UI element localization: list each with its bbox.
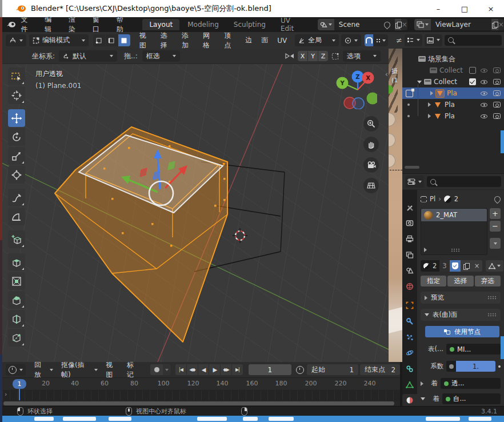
region-collapse-icon[interactable]: ‹ [385, 70, 388, 78]
viewlayer-browse-button[interactable] [414, 19, 431, 30]
timeline-body[interactable]: 1 20 40 60 80 100 120 140 160 180 200 22… [2, 378, 400, 400]
blender-menu-icon[interactable] [7, 21, 15, 28]
mirror-icon[interactable] [285, 53, 294, 59]
camera-restrict-icon[interactable] [493, 90, 501, 96]
select-button[interactable]: 选择 [447, 276, 473, 286]
menu-view[interactable]: 视图 [135, 32, 156, 49]
tab-render[interactable] [402, 217, 417, 230]
current-frame-field[interactable]: 1 [249, 364, 291, 375]
tab-physics[interactable] [402, 347, 417, 359]
camera-preview-strip[interactable]: 摄 (1 [389, 49, 402, 362]
menu-help[interactable]: 帮助 [111, 17, 135, 32]
material-slot-active[interactable]: 2_MAT [421, 209, 487, 221]
navigation-gizmo[interactable]: Z X Y [333, 67, 377, 111]
next-keyframe-button[interactable]: ◆▶ [221, 364, 231, 375]
mesh-object[interactable] [55, 127, 227, 342]
auto-key-button[interactable] [150, 364, 163, 375]
pin-icon[interactable] [493, 194, 502, 204]
pin-icon[interactable] [383, 20, 392, 29]
tab-uv-edit[interactable]: UV Edit [274, 15, 310, 34]
breadcrumb-object[interactable]: Pl [430, 195, 435, 203]
vertex-select-button[interactable] [93, 34, 105, 46]
coord-system-selector[interactable]: 默认 [59, 50, 117, 62]
tab-view-layer[interactable] [402, 249, 417, 261]
options-dropdown[interactable]: 选项 [343, 50, 381, 62]
tab-object-data[interactable] [402, 379, 417, 391]
keyframe-dot-icon[interactable] [498, 365, 501, 368]
proportional-edit-icon[interactable]: ≠ [396, 36, 402, 45]
frame-start-field[interactable]: 起始1 [307, 364, 358, 375]
tool-inset-faces[interactable] [8, 272, 25, 290]
scene-browse-button[interactable] [318, 19, 334, 30]
eye-icon[interactable] [481, 66, 489, 74]
maximize-button[interactable]: □ [451, 0, 478, 17]
menu-face[interactable]: 面 [257, 35, 273, 45]
pan-button-fragment[interactable] [389, 133, 395, 147]
current-frame-pill[interactable]: 1 [13, 379, 26, 389]
scene-unlink-button[interactable]: × [401, 19, 407, 30]
camera-view-button[interactable] [363, 157, 379, 173]
orientation-selector[interactable]: 全局 [295, 34, 339, 46]
menu-keying[interactable]: 抠像(插帧) [57, 362, 102, 378]
breadcrumb-material[interactable]: 2 [454, 195, 458, 203]
eye-icon[interactable] [481, 78, 489, 86]
tab-object[interactable] [402, 300, 417, 312]
shader2-field[interactable]: 自... [442, 393, 501, 404]
slot-specials-button[interactable] [490, 238, 501, 249]
snap-toggle[interactable] [365, 34, 373, 46]
checkbox-icon[interactable] [469, 78, 476, 85]
zoom-button-fragment[interactable] [389, 113, 395, 126]
menu-file[interactable]: 文件 [15, 17, 39, 32]
use-nodes-button[interactable]: 使用节点 [425, 326, 499, 337]
tool-bevel[interactable] [8, 291, 25, 309]
close-button[interactable]: × [478, 0, 504, 17]
tab-sculpting[interactable]: Sculpting [227, 19, 273, 30]
menu-uv[interactable]: UV [273, 37, 291, 45]
expand-down-icon[interactable] [417, 81, 422, 83]
channel-expand-icon[interactable]: › [5, 391, 7, 398]
menu-playback[interactable]: 回放 [30, 362, 57, 378]
menu-mesh[interactable]: 网格 [198, 32, 219, 49]
tab-material[interactable] [402, 394, 417, 407]
camera-restrict-icon[interactable] [493, 67, 501, 73]
surface-shader-field[interactable]: MI... [446, 344, 501, 355]
tool-transform[interactable] [8, 166, 25, 184]
assign-button[interactable]: 指定 [421, 276, 446, 286]
playhead[interactable] [19, 388, 20, 400]
menu-timeline-view[interactable]: 视图 [102, 362, 123, 378]
menu-select[interactable]: 选择 [156, 32, 177, 49]
tool-measure[interactable] [8, 208, 25, 225]
tool-box-select[interactable] [8, 67, 25, 85]
scene-canvas[interactable] [2, 49, 389, 362]
eye-icon[interactable] [481, 101, 489, 109]
expand-down-icon[interactable] [421, 397, 425, 400]
material-specials-dropdown[interactable] [486, 260, 503, 272]
scene-name[interactable]: Scene [334, 19, 395, 30]
tab-layout[interactable]: Layout [142, 19, 179, 30]
expand-right-icon[interactable] [428, 114, 431, 118]
mirror-y-button[interactable]: Y [308, 51, 318, 61]
pan-button[interactable] [363, 137, 379, 152]
tab-constraints[interactable] [402, 363, 417, 375]
viewlayer-remove-button[interactable]: × [498, 19, 504, 30]
play-reverse-button[interactable]: ◀ [198, 364, 209, 375]
copy-material-button[interactable] [461, 260, 471, 272]
tool-scale[interactable] [8, 147, 25, 165]
gizmo-axis-y-neg[interactable] [367, 93, 378, 105]
jump-start-button[interactable]: |◀ [175, 364, 186, 375]
jump-end-button[interactable]: ▶| [232, 364, 243, 375]
tool-knife[interactable] [8, 329, 25, 347]
viewport-3d[interactable]: 坐标系: 默认 拖..: 框选 X Y Z 选项 [2, 49, 389, 362]
menu-add[interactable]: 添加 [177, 32, 198, 49]
expand-right-icon[interactable] [424, 248, 427, 252]
mirror-z-button[interactable]: Z [318, 51, 328, 61]
menu-window[interactable]: 窗口 [87, 17, 111, 32]
play-button[interactable]: ▶ [209, 364, 220, 375]
timeline-editor-type[interactable] [6, 364, 26, 376]
outliner-row-collection-1[interactable]: Collect [402, 65, 504, 76]
eye-icon[interactable] [481, 89, 489, 97]
shader1-field[interactable]: 透... [441, 378, 501, 389]
remove-slot-button[interactable]: − [490, 221, 501, 232]
panel-grip-icon[interactable] [487, 313, 497, 317]
editor-type-selector[interactable] [6, 34, 26, 46]
